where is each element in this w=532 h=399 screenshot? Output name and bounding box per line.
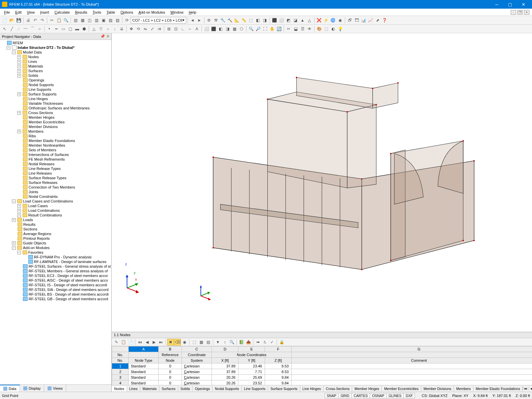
tree-nodes[interactable]: +Nodes	[0, 55, 111, 59]
tree-load-combinations[interactable]: +Load Combinations	[0, 208, 111, 213]
table-tab-nodes[interactable]: Nodes	[112, 386, 127, 391]
refresh-icon[interactable]: ⟳	[124, 17, 130, 24]
menu-help[interactable]: Help	[186, 9, 199, 15]
menu-results[interactable]: Results	[72, 9, 90, 15]
render-icon[interactable]: 🎨	[316, 26, 323, 32]
pan-icon[interactable]: ✋	[269, 26, 275, 32]
table-tab-solids[interactable]: Solids	[178, 386, 193, 391]
table-tab-line-supports[interactable]: Line Supports	[242, 386, 268, 391]
table-fn3-icon[interactable]: ▤	[205, 339, 211, 345]
grid-icon[interactable]: ⊞	[166, 26, 172, 32]
shade-icon[interactable]: ◐	[330, 26, 336, 32]
tree-line-release-types[interactable]: Line Release Types	[0, 166, 111, 171]
tool9-icon[interactable]: ◨	[262, 17, 268, 24]
next-icon[interactable]: ►	[196, 17, 203, 24]
tree-surface-supports[interactable]: +Surface Supports	[0, 92, 111, 96]
mdi-close[interactable]: ×	[524, 10, 529, 15]
tree-loads[interactable]: +Loads	[0, 217, 111, 222]
menu-add-on-modules[interactable]: Add-on Modules	[136, 9, 168, 15]
panel-icon[interactable]: ▥	[93, 17, 100, 24]
tree-surface-release-types[interactable]: Surface Release Types	[0, 176, 111, 180]
tree-root[interactable]: RFEM	[0, 41, 111, 45]
scale-icon[interactable]: ⤢	[149, 26, 156, 32]
solid-icon[interactable]: ⬢	[81, 26, 87, 32]
menu-tools[interactable]: Tools	[90, 9, 104, 15]
tree-steel-module[interactable]: RF-STEEL BS - Design of steel members ac…	[0, 292, 111, 297]
tool24-icon[interactable]: ⬈	[374, 17, 381, 24]
menu-table[interactable]: Table	[104, 9, 118, 15]
dims-icon[interactable]: ↔	[187, 26, 193, 32]
table-tab-lines[interactable]: Lines	[127, 386, 140, 391]
light-icon[interactable]: 💡	[337, 26, 343, 32]
tree-fav[interactable]: RF-LAMINATE - Design of laminate surface…	[0, 259, 111, 264]
tree-members[interactable]: +Members	[0, 129, 111, 134]
tree-steel-module[interactable]: RF-STEEL SIA - Design of steel members a…	[0, 287, 111, 292]
tool3-icon[interactable]: 🔧	[220, 17, 226, 24]
table-find-icon[interactable]: 🔍	[228, 339, 235, 345]
table-row[interactable]: 1Standard0Cartesian37.8923.468.53	[112, 363, 532, 369]
table-del-icon[interactable]: ✖	[167, 339, 174, 345]
tree-sets-of-members[interactable]: Sets of Members	[0, 148, 111, 152]
menu-options[interactable]: Options	[118, 9, 136, 15]
tree-load-cases[interactable]: +Load Cases	[0, 203, 111, 208]
tree-results[interactable]: Results	[0, 222, 111, 227]
tool16-icon[interactable]: ❌	[316, 17, 323, 24]
tool14-icon[interactable]: ▲	[299, 17, 306, 24]
navigator-icon[interactable]: ▤	[72, 17, 79, 24]
loadcase-combo[interactable]: CO7 - LC1 + LC2 + LC6 + LC8▾	[131, 17, 186, 24]
tree-sections[interactable]: Sections	[0, 227, 111, 231]
mirror-icon[interactable]: ⇋	[142, 26, 149, 32]
cut-icon[interactable]: ✂	[49, 17, 55, 24]
tree-steel-module[interactable]: RF-STEEL AISC - Design of steel members …	[0, 278, 111, 283]
navigator-tree[interactable]: RFEM−Intake Structure DT2 - To Dlubal*−M…	[0, 40, 111, 384]
table-go-icon[interactable]: ➡	[255, 339, 261, 345]
status-toggle-grid[interactable]: GRID	[338, 393, 351, 398]
zoom-in-icon[interactable]: 🔍	[248, 26, 254, 32]
tree-member-elastic-foundations[interactable]: Member Elastic Foundations	[0, 138, 111, 143]
tool18-icon[interactable]: 🌀	[330, 17, 336, 24]
view2-icon[interactable]: ⬛	[210, 26, 217, 32]
table-first-icon[interactable]: ⏮	[137, 339, 143, 345]
table-prev-icon[interactable]: ◀	[144, 339, 150, 345]
layers-icon[interactable]: ☰	[299, 26, 306, 32]
open-icon[interactable]: 📂	[8, 17, 15, 24]
tool2-icon[interactable]: ⚒	[213, 17, 219, 24]
table-tab-surface-supports[interactable]: Surface Supports	[268, 386, 300, 391]
view1-icon[interactable]: ⬜	[203, 26, 210, 32]
zoom-out-icon[interactable]: 🔎	[255, 26, 261, 32]
redo-icon[interactable]: ↷	[39, 17, 46, 24]
table-paste-icon[interactable]: 📄	[127, 339, 134, 345]
tool6-icon[interactable]: 📏	[241, 17, 247, 24]
tree-addon-modules[interactable]: −Add-on Modules	[0, 245, 111, 250]
menu-file[interactable]: File	[1, 9, 13, 15]
close-button[interactable]: ✕	[517, 0, 530, 9]
rect-icon[interactable]: ▢	[67, 26, 73, 32]
tree-model-data[interactable]: −Model Data	[0, 50, 111, 55]
results-icon[interactable]: ◫	[86, 17, 93, 24]
table-sort-icon[interactable]: ↕	[221, 339, 228, 345]
table-tab-openings[interactable]: Openings	[193, 386, 212, 391]
mdi-minimize[interactable]: -	[511, 10, 516, 15]
table-clear-icon[interactable]: ⌫	[174, 339, 181, 345]
table-tab-nodal-supports[interactable]: Nodal Supports	[212, 386, 241, 391]
find-icon[interactable]: 🔍	[63, 17, 69, 24]
tree-member-nonlinearities[interactable]: Member Nonlinearities	[0, 143, 111, 148]
tree-guide-objects[interactable]: +Guide Objects	[0, 241, 111, 245]
table-excel-icon[interactable]: 📗	[238, 339, 245, 345]
tool22-icon[interactable]: 📊	[360, 17, 367, 24]
support-icon[interactable]: △	[90, 26, 97, 32]
tree-ribs[interactable]: Ribs	[0, 134, 111, 138]
table-copy-icon[interactable]: 📋	[120, 339, 127, 345]
tool13-icon[interactable]: ◪	[292, 17, 299, 24]
tool8-icon[interactable]: ◧	[255, 17, 261, 24]
tree-loadcases-group[interactable]: −Load Cases and Combinations	[0, 199, 111, 203]
view3-icon[interactable]: ◧	[217, 26, 224, 32]
rotate-view-icon[interactable]: ⟲	[135, 26, 142, 32]
tree-solids[interactable]: +Solids	[0, 73, 111, 78]
tree-member-eccentricities[interactable]: Member Eccentricities	[0, 120, 111, 124]
menu-view[interactable]: View	[24, 9, 38, 15]
view5-icon[interactable]: ▦	[231, 26, 238, 32]
curve-icon[interactable]: 〰	[22, 26, 29, 32]
table-last-icon[interactable]: ⏭	[158, 339, 164, 345]
tree-nodal-supports[interactable]: Nodal Supports	[0, 82, 111, 87]
